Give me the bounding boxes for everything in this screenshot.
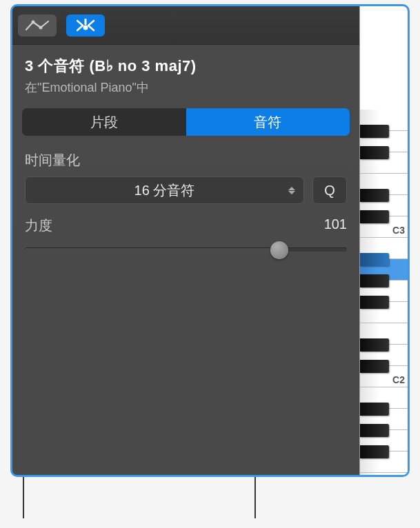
- selection-subtitle: 在"Emotional Piano"中: [25, 79, 347, 96]
- velocity-slider-handle[interactable]: [270, 241, 288, 259]
- svg-point-1: [39, 26, 43, 29]
- catch-playhead-button[interactable]: [66, 14, 105, 37]
- quantize-label: 时间量化: [25, 151, 347, 170]
- velocity-label: 力度: [25, 216, 52, 235]
- selection-header: 3 个音符 (B♭ no 3 maj7) 在"Emotional Piano"中: [12, 45, 359, 103]
- svg-point-3: [83, 25, 88, 30]
- black-key[interactable]: [360, 296, 389, 309]
- quantize-value: 16 分音符: [134, 181, 195, 200]
- piano-keyboard[interactable]: C3C2: [359, 6, 408, 475]
- inspector-main: 3 个音符 (B♭ no 3 maj7) 在"Emotional Piano"中…: [12, 6, 359, 475]
- quantize-select[interactable]: 16 分音符: [25, 176, 304, 204]
- automation-tool-button[interactable]: [18, 14, 57, 37]
- black-key[interactable]: [360, 403, 389, 416]
- catch-icon: [73, 18, 98, 33]
- black-key[interactable]: [360, 274, 389, 287]
- tab-region[interactable]: 片段: [22, 108, 186, 136]
- quantize-row: 16 分音符 Q: [25, 176, 347, 204]
- velocity-row: 力度 101: [25, 216, 347, 235]
- quantize-apply-button[interactable]: Q: [312, 176, 347, 204]
- tab-segmented-control: 片段 音符: [22, 108, 350, 136]
- black-key[interactable]: [360, 146, 389, 159]
- black-key[interactable]: [360, 189, 389, 202]
- black-key[interactable]: [360, 424, 389, 437]
- automation-icon: [26, 19, 49, 32]
- callout-line-left: [23, 477, 24, 518]
- velocity-value: 101: [324, 216, 347, 235]
- selection-title: 3 个音符 (B♭ no 3 maj7): [25, 56, 347, 77]
- note-controls: 时间量化 16 分音符 Q 力度 101: [12, 136, 359, 252]
- callout-line-right: [254, 477, 256, 518]
- top-toolbar: [12, 6, 359, 45]
- black-key[interactable]: [360, 338, 389, 352]
- velocity-slider[interactable]: [25, 247, 347, 252]
- black-key[interactable]: [360, 360, 389, 373]
- white-key[interactable]: [360, 473, 408, 477]
- key-label-c2: C2: [392, 374, 405, 385]
- chevron-updown-icon: [288, 187, 295, 194]
- svg-rect-2: [85, 19, 87, 25]
- svg-point-0: [32, 20, 35, 23]
- key-label-c3: C3: [392, 225, 405, 236]
- piano-roll-inspector-panel: 3 个音符 (B♭ no 3 maj7) 在"Emotional Piano"中…: [10, 4, 410, 477]
- black-key[interactable]: [360, 445, 389, 458]
- black-key[interactable]: [360, 210, 389, 223]
- black-key[interactable]: [360, 253, 389, 266]
- black-key[interactable]: [360, 125, 389, 138]
- tab-notes[interactable]: 音符: [186, 108, 350, 136]
